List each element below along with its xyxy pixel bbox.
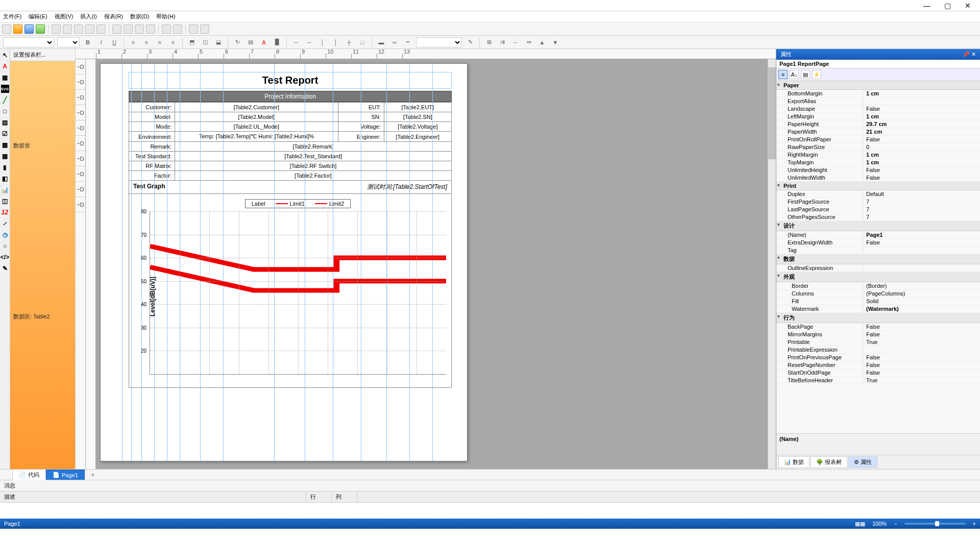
page-add-icon[interactable] <box>52 24 61 34</box>
shape-tool-icon[interactable]: □ <box>1 107 9 115</box>
cellular-tool-icon[interactable]: ◧ <box>1 175 9 183</box>
checkbox-tool-icon[interactable]: ☑ <box>1 130 9 138</box>
tab-report-tree[interactable]: 🌳 报表树 <box>811 456 847 468</box>
menu-file[interactable]: 文件(F) <box>3 13 21 20</box>
border-all-icon[interactable]: ┼ <box>344 37 354 47</box>
page-setup-icon[interactable] <box>96 24 106 34</box>
table-tool-icon[interactable]: ▦ <box>1 141 9 149</box>
menu-help[interactable]: 帮助(H) <box>156 13 175 20</box>
border-color-icon[interactable]: ▬ <box>376 37 386 47</box>
add-page-button[interactable]: + <box>85 469 101 480</box>
styles-icon[interactable]: ✎ <box>465 37 475 47</box>
align-center-icon[interactable]: ≡ <box>141 37 152 47</box>
ungroup-icon[interactable] <box>200 24 209 34</box>
valign-mid-icon[interactable]: ◫ <box>200 37 210 47</box>
barcode-tool-icon[interactable]: ▮ <box>1 163 9 171</box>
font-color-icon[interactable]: A <box>259 37 269 47</box>
zoom-slider[interactable] <box>904 523 966 525</box>
save-icon[interactable] <box>24 24 34 34</box>
tab-page1[interactable]: 📄 Page1 <box>46 470 85 480</box>
group-icon[interactable] <box>189 24 198 34</box>
vertical-ruler[interactable] <box>86 59 96 469</box>
report-page[interactable]: Test Report Project Information Customer… <box>100 63 468 461</box>
data-panel-title[interactable]: 设置报表栏... <box>10 49 75 61</box>
align-justify-icon[interactable]: ≡ <box>168 37 178 47</box>
events-icon[interactable]: ⚡ <box>812 70 821 79</box>
font-size-select[interactable] <box>57 37 80 47</box>
picture-tool-icon[interactable]: ▦ <box>1 73 9 82</box>
border-width-icon[interactable]: ═ <box>389 37 400 47</box>
guide-line[interactable] <box>122 64 122 461</box>
format-painter-icon[interactable] <box>146 24 155 34</box>
grid-icon[interactable]: ▦▦ <box>855 521 865 527</box>
pin-icon[interactable]: 📌 ✕ <box>963 51 976 58</box>
menu-data[interactable]: 数据(D) <box>130 13 149 20</box>
window-maximize-button[interactable]: ▢ <box>937 2 958 10</box>
border-right-icon[interactable]: │ <box>331 37 341 47</box>
highlight-icon[interactable]: ▤ <box>246 37 256 47</box>
pages-icon[interactable]: ▤ <box>801 70 810 79</box>
align-right-icon[interactable]: ≡ <box>155 37 165 47</box>
menu-insert[interactable]: 插入(I) <box>80 13 96 20</box>
pageinfo-tool-icon[interactable]: 12 <box>1 208 9 216</box>
undo-icon[interactable] <box>162 24 171 34</box>
snap-grid-icon[interactable]: ⊞ <box>484 37 494 47</box>
copy-icon[interactable] <box>124 24 133 34</box>
border-top-icon[interactable]: ─ <box>291 37 301 47</box>
gauge-tool-icon[interactable]: ◷ <box>1 231 9 239</box>
align-left-icon[interactable]: ≡ <box>128 37 138 47</box>
pointer-tool-icon[interactable]: ↖ <box>1 51 9 59</box>
window-close-button[interactable]: ✕ <box>958 2 978 10</box>
preview-icon[interactable] <box>36 24 45 34</box>
zip-tool-icon[interactable]: ◫ <box>1 197 9 205</box>
bold-button[interactable]: B <box>83 37 93 47</box>
border-style-icon[interactable]: ┅ <box>403 37 413 47</box>
underline-button[interactable]: U <box>109 37 119 47</box>
svg-tool-icon[interactable]: SVG <box>1 85 9 93</box>
border-none-icon[interactable]: □ <box>357 37 368 47</box>
alphabetic-icon[interactable]: A↓ <box>790 70 799 79</box>
redo-icon[interactable] <box>173 24 182 34</box>
open-icon[interactable] <box>13 24 22 34</box>
matrix-tool-icon[interactable]: ▦ <box>1 152 9 160</box>
test-graph-chart[interactable]: Label Limit1 Limit2 Level[dB(uV)] 203040… <box>129 194 452 388</box>
border-left-icon[interactable]: │ <box>317 37 328 47</box>
align-objs-icon[interactable]: ⇉ <box>497 37 507 47</box>
properties-grid[interactable]: PaperBottomMargin1 cmExportAliasLandscap… <box>776 81 980 433</box>
valign-bot-icon[interactable]: ⬓ <box>213 37 224 47</box>
tab-code[interactable]: 📄 代码 <box>12 469 46 480</box>
new-icon[interactable] <box>2 24 11 34</box>
resize-icon[interactable]: ↔ <box>510 37 521 47</box>
tab-data[interactable]: 📊 数据 <box>778 456 810 468</box>
page-del-icon[interactable] <box>85 24 94 34</box>
space-icon[interactable]: ⇔ <box>524 37 534 47</box>
html-tool-icon[interactable]: </> <box>1 253 9 261</box>
report-title[interactable]: Test Report <box>129 72 452 89</box>
send-back-icon[interactable]: ▼ <box>550 37 560 47</box>
text-tool-icon[interactable]: A <box>1 62 9 70</box>
horizontal-ruler[interactable]: 12345678910111213 <box>76 49 776 59</box>
tab-properties[interactable]: ⚙ 属性 <box>848 456 877 468</box>
map-tool-icon[interactable]: ○ <box>1 242 9 250</box>
italic-button[interactable]: I <box>96 37 106 47</box>
paste-icon[interactable] <box>135 24 144 34</box>
menu-edit[interactable]: 编辑(E) <box>29 13 47 20</box>
zoom-in-button[interactable]: + <box>973 521 976 527</box>
page-copy-icon[interactable] <box>74 24 83 34</box>
fill-color-icon[interactable]: ▉ <box>272 37 282 47</box>
sparkline-tool-icon[interactable]: ⟋ <box>1 219 9 228</box>
line-tool-icon[interactable]: ╱ <box>1 96 9 104</box>
signature-tool-icon[interactable]: ✎ <box>1 264 9 273</box>
cut-icon[interactable] <box>112 24 121 34</box>
graph-header[interactable]: Test Graph 测试时间:[Table2.StartOfTest] <box>129 181 452 194</box>
bring-front-icon[interactable]: ▲ <box>537 37 547 47</box>
col-line[interactable]: 行 <box>306 492 332 502</box>
menu-report[interactable]: 报表(R) <box>104 13 123 20</box>
project-info-table[interactable]: Customer:[Table2.Customer]EUT:[Table2.EU… <box>129 102 452 181</box>
style-select[interactable] <box>416 37 462 47</box>
menu-view[interactable]: 视图(V) <box>55 13 74 20</box>
chart-tool-icon[interactable]: 📊 <box>1 186 9 194</box>
categorized-icon[interactable]: ≡ <box>778 70 788 79</box>
rich-text-tool-icon[interactable]: ▤ <box>1 118 9 127</box>
page-new-icon[interactable] <box>63 24 72 34</box>
